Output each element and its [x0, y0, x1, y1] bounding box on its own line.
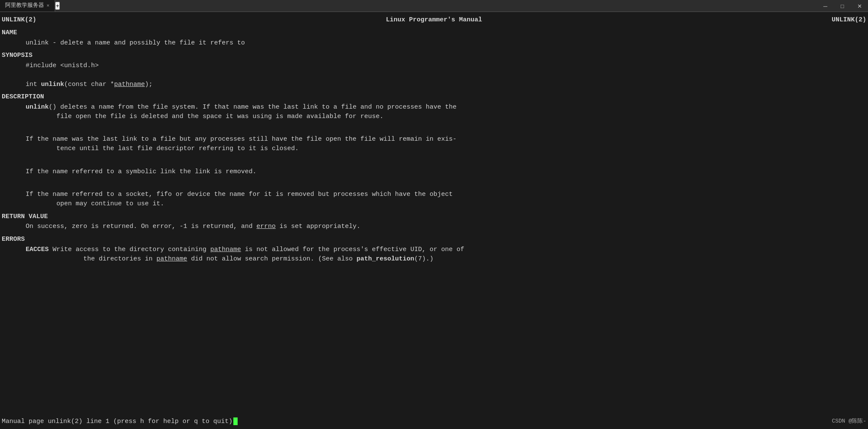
tab-label: 阿里教学服务器	[5, 2, 44, 9]
tab-close-icon[interactable]: ✕	[47, 3, 50, 9]
section-description: DESCRIPTION unlink() deletes a name from…	[2, 92, 866, 208]
section-return-value: RETURN VALUE On success, zero is returne…	[2, 212, 866, 232]
section-synopsis: SYNOPSIS #include <unistd.h> int unlink(…	[2, 51, 866, 89]
return-value-content: On success, zero is returned. On error, …	[26, 222, 866, 231]
return-value-title: RETURN VALUE	[2, 212, 866, 222]
section-name: NAME unlink - delete a name and possibly…	[2, 28, 866, 48]
header-center: Linux Programmer's Manual	[386, 15, 482, 25]
section-errors: ERRORS EACCES Write access to the direct…	[2, 235, 866, 263]
synopsis-title: SYNOPSIS	[2, 51, 866, 60]
bottom-right-label: CSDN @陈陈-	[832, 417, 866, 425]
status-text: Manual page unlink(2) line 1 (press h fo…	[2, 417, 832, 426]
maximize-button[interactable]: □	[834, 0, 851, 12]
description-para-4: If the name referred to a socket, fifo o…	[26, 190, 866, 209]
header-left: UNLINK(2)	[2, 15, 36, 25]
window-controls: ─ □ ✕	[817, 0, 868, 12]
close-button[interactable]: ✕	[851, 0, 868, 12]
synopsis-function-text: int unlink(const char *pathname);	[26, 81, 153, 88]
new-tab-button[interactable]: +	[55, 2, 60, 10]
cursor-indicator	[233, 417, 238, 425]
status-message: Manual page unlink(2) line 1 (press h fo…	[2, 418, 232, 425]
status-bar: Manual page unlink(2) line 1 (press h fo…	[0, 414, 868, 429]
errors-title: ERRORS	[2, 235, 866, 244]
name-title: NAME	[2, 28, 866, 38]
synopsis-function: int unlink(const char *pathname);	[26, 80, 866, 89]
description-para-3: If the name referred to a symbolic link …	[26, 167, 866, 177]
header-right: UNLINK(2)	[832, 15, 866, 25]
man-page-header: UNLINK(2) Linux Programmer's Manual UNLI…	[2, 15, 866, 25]
man-page-content: UNLINK(2) Linux Programmer's Manual UNLI…	[0, 12, 868, 414]
description-para-2: If the name was the last link to a file …	[26, 135, 866, 154]
name-content: unlink - delete a name and possibly the …	[26, 38, 866, 48]
tab-bar: 阿里教学服务器 ✕ + ─ □ ✕	[0, 0, 868, 12]
minimize-button[interactable]: ─	[817, 0, 834, 12]
synopsis-include: #include <unistd.h>	[26, 61, 866, 71]
tab-ali-server[interactable]: 阿里教学服务器 ✕	[0, 0, 55, 12]
description-para-1: unlink() deletes a name from the file sy…	[26, 103, 866, 121]
errors-eacces: EACCES Write access to the directory con…	[26, 245, 866, 264]
description-title: DESCRIPTION	[2, 92, 866, 102]
